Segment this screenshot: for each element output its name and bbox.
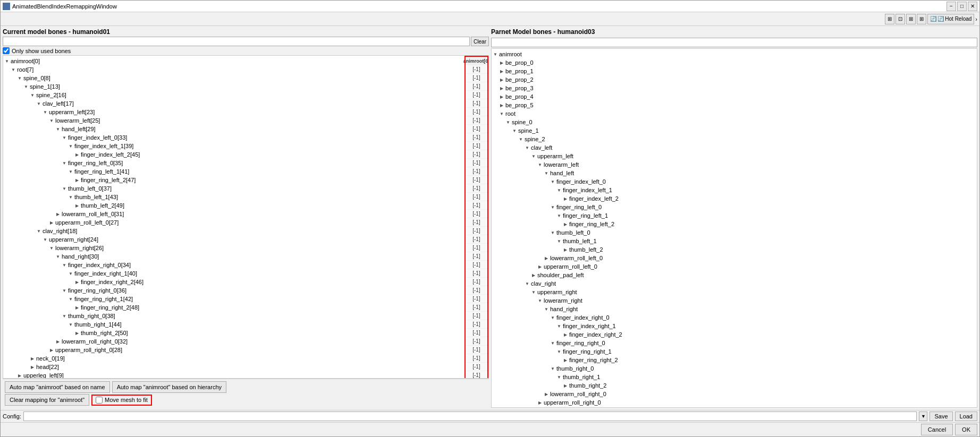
tree-node[interactable]: ▼finger_index_right_0[34]	[4, 261, 463, 269]
tree-toggle-icon[interactable]: ▼	[556, 213, 562, 218]
tree-toggle-icon[interactable]: ▶	[49, 347, 54, 353]
tree-node[interactable]: ▶be_prop_3	[493, 84, 976, 92]
tree-toggle-icon[interactable]: ▼	[550, 179, 555, 184]
tree-toggle-icon[interactable]: ▶	[74, 305, 80, 310]
tree-toggle-icon[interactable]: ▼	[556, 238, 562, 244]
tree-toggle-icon[interactable]: ▼	[55, 126, 61, 132]
tree-node[interactable]: ▶be_prop_0	[493, 58, 976, 67]
tree-node[interactable]: ▶lowerarm_roll_right_0	[493, 390, 976, 398]
hot-reload-button[interactable]: 🔄 🔄 Hot Reload	[927, 14, 975, 24]
tree-node[interactable]: ▶finger_index_left_2	[493, 194, 976, 203]
left-search-input[interactable]	[3, 37, 470, 46]
toolbar-btn4[interactable]: ⊞	[917, 14, 926, 24]
tree-toggle-icon[interactable]: ▼	[43, 237, 48, 242]
auto-map-hierarchy-button[interactable]: Auto map "animroot" based on hierarchy	[112, 381, 226, 393]
left-clear-button[interactable]: Clear	[471, 37, 489, 46]
move-mesh-checkbox[interactable]	[96, 397, 103, 404]
tree-toggle-icon[interactable]: ▶	[17, 373, 22, 378]
tree-node[interactable]: ▼finger_ring_right_1[42]	[4, 295, 463, 303]
tree-toggle-icon[interactable]: ▶	[74, 177, 80, 183]
tree-node[interactable]: ▼finger_index_left_0	[493, 177, 976, 186]
tree-toggle-icon[interactable]: ▶	[537, 400, 543, 405]
tree-node[interactable]: ▼thumb_right_0[38]	[4, 312, 463, 320]
tree-node[interactable]: ▶shoulder_pad_right	[493, 407, 976, 408]
tree-toggle-icon[interactable]: ▼	[550, 230, 555, 235]
tree-toggle-icon[interactable]: ▼	[537, 162, 543, 167]
tree-node[interactable]: ▶be_prop_4	[493, 92, 976, 101]
tree-toggle-icon[interactable]: ▶	[499, 85, 504, 91]
tree-node[interactable]: ▶upperarm_roll_right_0	[493, 398, 976, 407]
tree-node[interactable]: ▼spine_0	[493, 118, 976, 126]
tree-node[interactable]: ▼finger_ring_left_0[35]	[4, 159, 463, 167]
restore-button[interactable]: □	[957, 2, 967, 11]
left-tree-container[interactable]: ▼animroot[0]▼root[7]▼spine_0[8]▼spine_1[…	[3, 55, 489, 379]
tree-node[interactable]: ▶lowerarm_roll_right_0[32]	[4, 337, 463, 346]
tree-toggle-icon[interactable]: ▼	[537, 298, 543, 303]
config-dropdown[interactable]: ▼	[919, 412, 927, 421]
tree-node[interactable]: ▼upperarm_left	[493, 152, 976, 160]
tree-toggle-icon[interactable]: ▼	[62, 262, 67, 268]
tree-toggle-icon[interactable]: ▶	[499, 94, 504, 99]
clear-mapping-button[interactable]: Clear mapping for "animroot"	[5, 394, 89, 406]
tree-node[interactable]: ▼root[7]	[4, 65, 463, 74]
tree-node[interactable]: ▶finger_index_right_2	[493, 330, 976, 339]
only-used-checkbox[interactable]	[3, 47, 10, 54]
tree-node[interactable]: ▶upperarm_roll_left_0[27]	[4, 218, 463, 227]
tree-node[interactable]: ▶upperleg_left[9]	[4, 371, 463, 379]
tree-toggle-icon[interactable]: ▼	[525, 281, 530, 286]
tree-toggle-icon[interactable]: ▼	[550, 315, 555, 320]
tree-node[interactable]: ▼thumb_right_1[44]	[4, 320, 463, 329]
tree-node[interactable]: ▶thumb_left_2	[493, 245, 976, 254]
tree-toggle-icon[interactable]: ▶	[563, 383, 568, 388]
tree-node[interactable]: ▼upperarm_right	[493, 288, 976, 296]
tree-toggle-icon[interactable]: ▶	[74, 152, 80, 157]
tree-node[interactable]: ▼finger_index_right_1[40]	[4, 269, 463, 278]
tree-node[interactable]: ▶lowerarm_roll_left_0[31]	[4, 210, 463, 218]
tree-node[interactable]: ▶finger_index_left_2[45]	[4, 150, 463, 159]
tree-toggle-icon[interactable]: ▼	[36, 228, 41, 234]
tree-node[interactable]: ▼hand_left	[493, 169, 976, 177]
tree-toggle-icon[interactable]: ▶	[30, 364, 35, 370]
tree-toggle-icon[interactable]: ▼	[4, 58, 10, 64]
tree-toggle-icon[interactable]: ▶	[563, 247, 568, 252]
tree-toggle-icon[interactable]: ▼	[499, 111, 504, 116]
tree-toggle-icon[interactable]: ▼	[556, 187, 562, 193]
tree-toggle-icon[interactable]: ▶	[74, 279, 80, 285]
config-input[interactable]	[23, 412, 917, 421]
toolbar-btn3[interactable]: ⊞	[906, 14, 916, 24]
tree-node[interactable]: ▼clav_right[18]	[4, 227, 463, 235]
tree-toggle-icon[interactable]: ▼	[62, 160, 67, 166]
tree-node[interactable]: ▼finger_ring_right_0[36]	[4, 286, 463, 295]
tree-node[interactable]: ▶thumb_left_2[49]	[4, 201, 463, 210]
toolbar-btn2[interactable]: ⊡	[895, 14, 905, 24]
save-button[interactable]: Save	[930, 412, 952, 421]
tree-toggle-icon[interactable]: ▶	[74, 203, 80, 208]
tree-node[interactable]: ▶head[22]	[4, 363, 463, 371]
tree-node[interactable]: ▶be_prop_5	[493, 101, 976, 109]
tree-toggle-icon[interactable]: ▼	[55, 254, 61, 259]
tree-node[interactable]: ▶upperarm_roll_left_0	[493, 262, 976, 271]
tree-toggle-icon[interactable]: ▶	[49, 220, 54, 225]
tree-toggle-icon[interactable]: ▶	[563, 357, 568, 363]
tree-toggle-icon[interactable]: ▶	[499, 60, 504, 65]
tree-toggle-icon[interactable]: ▶	[563, 221, 568, 227]
tree-toggle-icon[interactable]: ▶	[55, 211, 61, 217]
tree-node[interactable]: ▼thumb_right_1	[493, 373, 976, 381]
tree-toggle-icon[interactable]: ▼	[68, 271, 73, 276]
tree-node[interactable]: ▶finger_ring_left_2[47]	[4, 176, 463, 184]
tree-node[interactable]: ▼hand_right[30]	[4, 252, 463, 261]
right-tree-container[interactable]: ▼animroot▶be_prop_0▶be_prop_1▶be_prop_2▶…	[491, 48, 977, 408]
tree-toggle-icon[interactable]: ▶	[537, 264, 543, 269]
tree-toggle-icon[interactable]: ▼	[556, 323, 562, 329]
tree-node[interactable]: ▶thumb_right_2[50]	[4, 329, 463, 337]
right-search-input[interactable]	[491, 38, 977, 47]
toolbar-btn1[interactable]: ⊞	[885, 14, 894, 24]
tree-node[interactable]: ▼finger_index_left_0[33]	[4, 133, 463, 142]
tree-toggle-icon[interactable]: ▼	[62, 288, 67, 293]
tree-toggle-icon[interactable]: ▶	[74, 330, 80, 336]
tree-toggle-icon[interactable]: ▼	[544, 306, 549, 312]
tree-node[interactable]: ▼clav_right	[493, 279, 976, 288]
tree-node[interactable]: ▼finger_index_right_0	[493, 313, 976, 322]
tree-node[interactable]: ▼root	[493, 109, 976, 118]
minimize-button[interactable]: −	[947, 2, 956, 11]
